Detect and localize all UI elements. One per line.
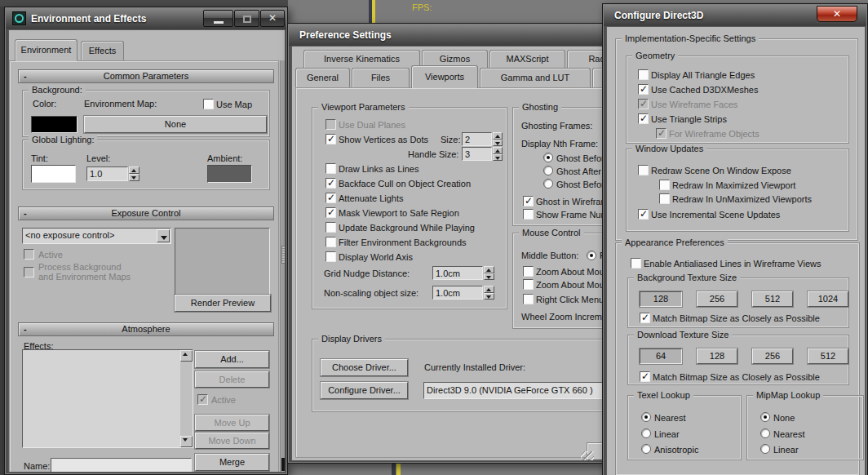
texel-nearest-radio[interactable] bbox=[641, 412, 651, 422]
middle-button-radio[interactable] bbox=[587, 251, 596, 260]
show-frame-numbers-checkbox[interactable] bbox=[523, 209, 534, 220]
spinner-down-icon[interactable] bbox=[493, 140, 503, 147]
environment-map-none-button[interactable]: None bbox=[84, 116, 267, 133]
bg-texture-1024-button[interactable]: 1024 bbox=[808, 291, 848, 307]
dropdown-arrow-icon[interactable] bbox=[157, 229, 170, 242]
display-world-axis-checkbox[interactable] bbox=[326, 251, 336, 262]
for-wireframe-objects-checkbox[interactable] bbox=[656, 128, 666, 139]
ambient-swatch[interactable] bbox=[207, 165, 252, 183]
scroll-up-icon[interactable] bbox=[180, 350, 193, 362]
grid-nudge-spinner[interactable] bbox=[484, 266, 494, 280]
display-all-triangle-edges-checkbox[interactable] bbox=[638, 69, 649, 80]
use-triangle-strips-checkbox[interactable] bbox=[638, 113, 649, 124]
choose-driver-button[interactable]: Choose Driver... bbox=[321, 359, 408, 376]
level-field[interactable]: 1.0 bbox=[86, 166, 128, 181]
atmosphere-active-checkbox[interactable] bbox=[197, 394, 208, 405]
rollout-scrollbar-track[interactable] bbox=[280, 60, 286, 473]
level-spinner[interactable] bbox=[129, 166, 140, 181]
minimize-button[interactable] bbox=[203, 10, 233, 27]
spinner-up-icon[interactable] bbox=[484, 286, 494, 293]
tint-swatch[interactable] bbox=[31, 165, 76, 183]
use-map-checkbox[interactable] bbox=[203, 99, 214, 109]
scroll-down-icon[interactable] bbox=[180, 436, 193, 447]
spinner-down-icon[interactable] bbox=[484, 293, 494, 300]
use-cached-d3dxmeshes-checkbox[interactable] bbox=[638, 84, 649, 95]
bg-texture-256-button[interactable]: 256 bbox=[697, 291, 737, 307]
right-click-menu-checkbox[interactable] bbox=[523, 294, 534, 304]
handle-size-spinner[interactable] bbox=[493, 147, 503, 161]
spinner-up-icon[interactable] bbox=[493, 147, 503, 154]
spinner-up-icon[interactable] bbox=[484, 266, 494, 273]
ghost-after-radio[interactable] bbox=[543, 166, 553, 175]
tab-inverse-kinematics[interactable]: Inverse Kinematics bbox=[303, 50, 420, 68]
ghost-before-after-radio[interactable] bbox=[543, 179, 553, 189]
close-button[interactable]: ✕ bbox=[260, 10, 285, 27]
texel-anisotropic-radio[interactable] bbox=[641, 444, 651, 454]
configure-driver-button[interactable]: Configure Driver... bbox=[321, 382, 408, 399]
spinner-up-icon[interactable] bbox=[129, 166, 140, 174]
grid-nudge-field[interactable]: 1.0cm bbox=[432, 266, 483, 280]
env-titlebar[interactable]: Environment and Effects ✕ bbox=[6, 8, 286, 29]
rollout-scrollbar-handle[interactable] bbox=[281, 246, 286, 264]
show-vertices-checkbox[interactable] bbox=[326, 134, 336, 144]
filter-environment-checkbox[interactable] bbox=[326, 237, 336, 247]
exposure-active-checkbox[interactable] bbox=[24, 249, 34, 260]
mipmap-nearest-radio[interactable] bbox=[760, 428, 770, 438]
mask-viewport-checkbox[interactable] bbox=[326, 207, 336, 218]
bg-match-bitmap-checkbox[interactable] bbox=[640, 313, 650, 323]
tab-general[interactable]: General bbox=[295, 68, 350, 87]
spinner-up-icon[interactable] bbox=[493, 132, 503, 140]
draw-links-checkbox[interactable] bbox=[326, 163, 336, 174]
nonscaling-field[interactable]: 1.0cm bbox=[432, 286, 483, 300]
process-background-checkbox[interactable] bbox=[24, 267, 34, 277]
use-incremental-updates-checkbox[interactable] bbox=[638, 209, 649, 220]
render-preview-button[interactable]: Render Preview bbox=[175, 295, 271, 312]
tab-gamma-and-lut[interactable]: Gamma and LUT bbox=[480, 68, 591, 87]
tab-environment[interactable]: Environment bbox=[15, 39, 78, 61]
rollout-exposure-control[interactable]: - Exposure Control bbox=[18, 206, 274, 220]
maximize-button[interactable] bbox=[234, 10, 259, 27]
rollout-atmosphere[interactable]: - Atmosphere bbox=[18, 322, 274, 336]
spinner-down-icon[interactable] bbox=[484, 273, 494, 281]
redraw-unmaximized-checkbox[interactable] bbox=[659, 193, 670, 204]
spinner-down-icon[interactable] bbox=[493, 154, 503, 162]
d3d-close-button[interactable]: ✕ bbox=[817, 6, 857, 22]
size-field[interactable]: 2 bbox=[462, 132, 492, 146]
dl-texture-64-button[interactable]: 64 bbox=[640, 348, 682, 364]
mipmap-linear-radio[interactable] bbox=[760, 444, 770, 454]
backface-cull-checkbox[interactable] bbox=[326, 178, 336, 189]
size-spinner[interactable] bbox=[493, 132, 503, 146]
attenuate-lights-checkbox[interactable] bbox=[326, 193, 336, 203]
delete-button[interactable]: Delete bbox=[195, 371, 269, 388]
pref-titlebar[interactable]: Preference Settings bbox=[289, 24, 628, 46]
use-wireframe-faces-checkbox[interactable] bbox=[638, 99, 649, 109]
update-background-checkbox[interactable] bbox=[326, 222, 336, 233]
tab-viewports[interactable]: Viewports bbox=[411, 65, 478, 88]
dl-texture-128-button[interactable]: 128 bbox=[697, 348, 737, 364]
tab-files[interactable]: Files bbox=[352, 68, 410, 87]
nonscaling-spinner[interactable] bbox=[484, 286, 494, 300]
listbox-scrollbar[interactable] bbox=[180, 350, 193, 447]
redraw-maximized-checkbox[interactable] bbox=[659, 180, 670, 190]
exposure-control-dropdown[interactable]: <no exposure control> bbox=[22, 228, 171, 244]
handle-size-field[interactable]: 3 bbox=[462, 147, 492, 161]
move-down-button[interactable]: Move Down bbox=[195, 433, 269, 449]
merge-button[interactable]: Merge bbox=[195, 454, 269, 471]
ghost-before-radio[interactable] bbox=[543, 153, 553, 162]
spinner-down-icon[interactable] bbox=[129, 174, 140, 181]
background-color-swatch[interactable] bbox=[31, 116, 78, 133]
tab-maxscript[interactable]: MAXScript bbox=[489, 50, 565, 68]
d3d-titlebar[interactable]: Configure Direct3D ✕ bbox=[604, 5, 866, 26]
add-button[interactable]: Add... bbox=[195, 351, 269, 368]
move-up-button[interactable]: Move Up bbox=[195, 415, 269, 431]
resize-grip[interactable] bbox=[581, 451, 594, 461]
dl-texture-512-button[interactable]: 512 bbox=[808, 348, 848, 364]
antialiased-lines-checkbox[interactable] bbox=[631, 258, 641, 269]
name-field[interactable] bbox=[51, 458, 192, 473]
use-dual-planes-checkbox[interactable] bbox=[326, 119, 336, 130]
dl-match-bitmap-checkbox[interactable] bbox=[640, 371, 650, 382]
effects-listbox[interactable] bbox=[22, 349, 193, 448]
bg-texture-128-button[interactable]: 128 bbox=[640, 291, 682, 307]
rollout-common-parameters[interactable]: - Common Parameters bbox=[18, 69, 274, 83]
bg-texture-512-button[interactable]: 512 bbox=[752, 291, 793, 307]
